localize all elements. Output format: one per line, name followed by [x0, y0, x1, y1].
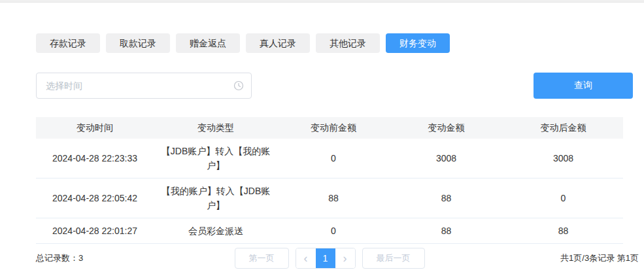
table-header-row: 变动时间 变动类型 变动前金额 变动金额 变动后金额: [36, 117, 623, 139]
pagination: 第一页 ‹ 1 › 最后一页: [36, 248, 623, 269]
tab-other-records[interactable]: 其他记录: [316, 33, 380, 53]
cell-change-amount: 88: [389, 178, 503, 218]
prev-page-icon[interactable]: ‹: [296, 248, 316, 268]
header-change-amount: 变动金额: [389, 117, 503, 139]
cell-change-type: 【我的账户】转入【JDB账户】: [154, 178, 278, 218]
financial-changes-table: 变动时间 变动类型 变动前金额 变动金额 变动后金额 2024-04-28 22…: [36, 117, 623, 244]
cell-change-type: 会员彩金派送: [154, 218, 278, 244]
total-records-label: 总记录数：3: [36, 252, 83, 264]
cell-amount-before: 0: [278, 139, 389, 178]
date-range-input[interactable]: [36, 73, 252, 99]
date-picker: [36, 73, 252, 99]
cell-amount-after: 3008: [503, 139, 623, 178]
top-divider: [0, 0, 644, 3]
cell-change-amount: 88: [389, 218, 503, 244]
cell-change-time: 2024-04-28 22:23:33: [36, 139, 154, 178]
cell-amount-after: 0: [503, 178, 623, 218]
cell-amount-before: 88: [278, 178, 389, 218]
table-row: 2024-04-28 22:23:33 【JDB账户】转入【我的账户】 0 30…: [36, 139, 623, 178]
filter-row: 查询: [36, 73, 644, 99]
next-page-icon[interactable]: ›: [335, 248, 355, 268]
cell-change-amount: 3008: [389, 139, 503, 178]
last-page-button[interactable]: 最后一页: [362, 248, 425, 269]
cell-change-time: 2024-04-28 22:05:42: [36, 178, 154, 218]
tab-live-records[interactable]: 真人记录: [246, 33, 310, 53]
header-amount-before: 变动前金额: [278, 117, 389, 139]
cell-change-time: 2024-04-28 22:01:27: [36, 218, 154, 244]
current-page-number[interactable]: 1: [316, 248, 335, 268]
pager-group: ‹ 1 ›: [296, 248, 356, 269]
tab-bonus-rebate[interactable]: 赠金返点: [176, 33, 240, 53]
record-type-tab-bar: 存款记录 取款记录 赠金返点 真人记录 其他记录 财务变动: [36, 33, 644, 53]
tab-financial-changes[interactable]: 财务变动: [386, 33, 450, 53]
cell-change-type: 【JDB账户】转入【我的账户】: [154, 139, 278, 178]
cell-amount-before: 0: [278, 218, 389, 244]
tab-withdrawal-records[interactable]: 取款记录: [106, 33, 170, 53]
query-button[interactable]: 查询: [534, 73, 633, 99]
cell-amount-after: 88: [503, 218, 623, 244]
first-page-button[interactable]: 第一页: [235, 248, 289, 269]
header-amount-after: 变动后金额: [503, 117, 623, 139]
header-change-time: 变动时间: [36, 117, 154, 139]
header-change-type: 变动类型: [154, 117, 278, 139]
table-row: 2024-04-28 22:01:27 会员彩金派送 0 88 88: [36, 218, 623, 244]
page-summary-label: 共1页/3条记录 第1页: [560, 252, 639, 264]
tab-deposit-records[interactable]: 存款记录: [36, 33, 100, 53]
table-row: 2024-04-28 22:05:42 【我的账户】转入【JDB账户】 88 8…: [36, 178, 623, 218]
financial-records-page: 存款记录 取款记录 赠金返点 真人记录 其他记录 财务变动 查询 变动时间 变动…: [0, 0, 644, 272]
